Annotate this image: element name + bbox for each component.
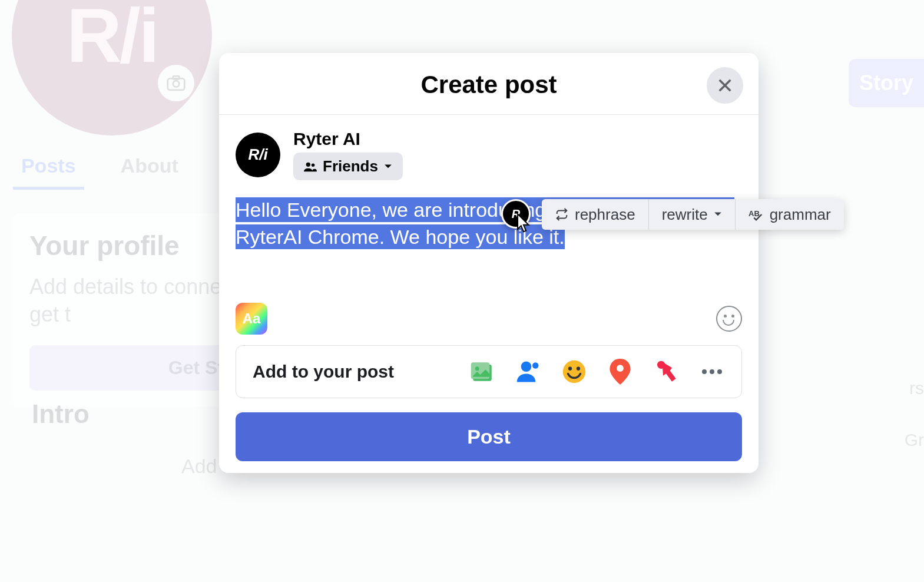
svg-point-13: [568, 367, 572, 371]
svg-point-18: [710, 369, 714, 374]
svg-point-19: [717, 369, 722, 374]
rewrite-button[interactable]: rewrite: [649, 199, 736, 230]
add-to-post-label: Add to your post: [253, 362, 394, 382]
tab-about[interactable]: About: [112, 145, 187, 190]
audience-selector[interactable]: Friends: [293, 153, 403, 180]
intro-heading: Intro: [32, 399, 90, 429]
rephrase-icon: [555, 208, 569, 221]
camera-icon[interactable]: [158, 65, 194, 101]
grammar-label: grammar: [770, 206, 831, 224]
ryter-badge-text: R: [512, 207, 520, 221]
svg-point-6: [312, 163, 315, 167]
ryter-toolbar: rephrase rewrite AB grammar: [542, 199, 844, 230]
avatar-text: R/i: [67, 0, 157, 80]
svg-point-10: [521, 362, 532, 372]
author-row: R/i Ryter AI Friends: [236, 129, 742, 180]
close-icon: [717, 77, 733, 94]
svg-point-14: [577, 367, 580, 371]
right-edge-label-2: Gr: [905, 430, 924, 450]
chevron-down-icon: [714, 211, 722, 217]
svg-point-5: [306, 162, 310, 166]
add-story-button[interactable]: Story: [849, 59, 924, 107]
grammar-button[interactable]: AB grammar: [736, 199, 844, 230]
add-to-post-bar: Add to your post: [236, 345, 742, 398]
svg-text:AB: AB: [749, 209, 760, 218]
grammar-icon: AB: [749, 208, 764, 221]
svg-point-12: [563, 361, 586, 383]
live-video-icon[interactable]: [653, 359, 679, 385]
svg-rect-2: [173, 76, 179, 79]
audience-label: Friends: [323, 157, 378, 176]
friends-icon: [304, 161, 317, 172]
ryter-badge-icon[interactable]: R: [501, 199, 531, 229]
modal-title: Create post: [219, 71, 759, 99]
chevron-down-icon: [384, 164, 392, 170]
emoji-picker-button[interactable]: [716, 306, 742, 332]
tag-people-icon[interactable]: [515, 359, 541, 385]
photo-video-icon[interactable]: [469, 359, 495, 385]
author-name: Ryter AI: [293, 129, 403, 149]
right-edge-label-1: rs: [909, 378, 924, 398]
author-avatar: R/i: [236, 133, 280, 177]
close-button[interactable]: [707, 67, 743, 104]
svg-point-11: [532, 362, 539, 369]
svg-point-17: [702, 369, 707, 374]
rephrase-label: rephrase: [575, 206, 635, 224]
svg-point-15: [617, 365, 624, 372]
feeling-activity-icon[interactable]: [561, 359, 587, 385]
more-options-icon[interactable]: [699, 359, 725, 385]
svg-point-16: [657, 361, 665, 369]
svg-point-9: [475, 366, 479, 371]
svg-point-1: [173, 81, 179, 87]
rewrite-label: rewrite: [662, 206, 708, 224]
modal-header: Create post: [219, 53, 759, 115]
create-post-modal: Create post R/i Ryter AI Friends Hello E…: [219, 53, 759, 473]
rephrase-button[interactable]: rephrase: [542, 199, 649, 230]
tab-posts[interactable]: Posts: [13, 145, 84, 190]
post-button[interactable]: Post: [236, 412, 742, 461]
check-in-icon[interactable]: [607, 359, 633, 385]
add-label: Add: [181, 455, 217, 478]
background-color-button[interactable]: Aa: [236, 303, 267, 335]
author-avatar-text: R/i: [248, 146, 267, 164]
